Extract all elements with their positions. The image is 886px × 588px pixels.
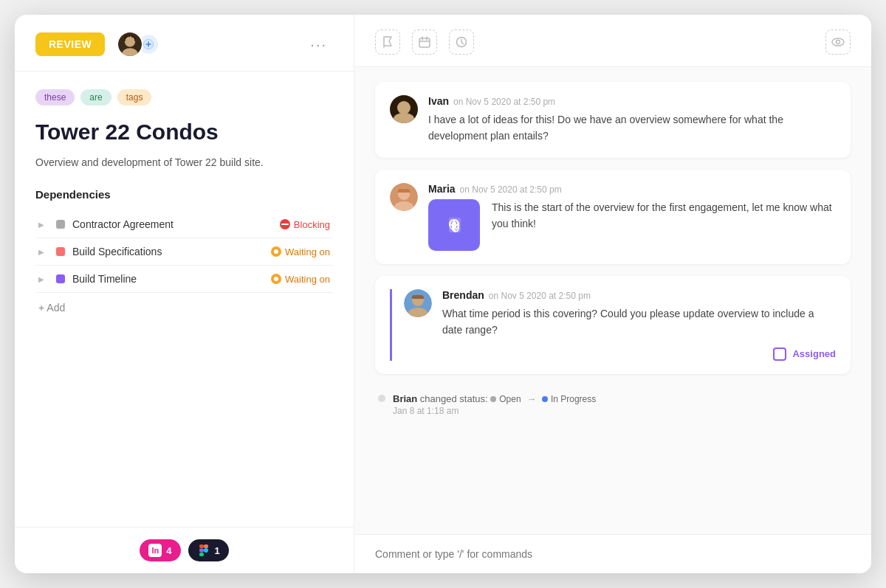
activity-dot xyxy=(378,395,385,402)
right-panel: Ivan on Nov 5 2020 at 2:50 pm I have a l… xyxy=(354,15,871,573)
assigned-label: Assigned xyxy=(792,348,836,359)
comment-meta-maria: Maria on Nov 5 2020 at 2:50 pm xyxy=(428,183,836,251)
review-button[interactable]: REVIEW xyxy=(35,32,105,56)
svg-point-1 xyxy=(125,36,135,46)
blocking-icon xyxy=(280,219,290,229)
tag-tags[interactable]: tags xyxy=(117,89,152,106)
avatar-brendan xyxy=(404,289,432,317)
figma-icon xyxy=(197,544,210,557)
dep-name-build-timeline: Build Timeline xyxy=(72,273,264,285)
attachment-block: This is the start of the overview for th… xyxy=(428,199,836,251)
more-options-button[interactable]: ··· xyxy=(304,33,333,56)
svg-point-13 xyxy=(204,548,208,553)
comment-header-ivan: Ivan on Nov 5 2020 at 2:50 pm I have a l… xyxy=(390,95,836,145)
dep-dot-pink xyxy=(56,247,65,256)
svg-point-16 xyxy=(832,38,844,46)
project-title: Tower 22 Condos xyxy=(35,119,333,145)
dep-status-waiting-timeline: Waiting on xyxy=(271,274,330,285)
comment-time-maria: on Nov 5 2020 at 2:50 pm xyxy=(460,184,562,195)
dep-expand-icon: ▶ xyxy=(38,221,49,229)
svg-point-17 xyxy=(837,41,840,44)
activity-item-brian: Brian changed status: Open → In Progress… xyxy=(375,386,851,423)
activity-action: changed status: xyxy=(420,393,488,404)
figma-count: 1 xyxy=(215,545,220,556)
figma-badge[interactable]: 1 xyxy=(188,539,229,561)
comments-area: Ivan on Nov 5 2020 at 2:50 pm I have a l… xyxy=(354,67,871,534)
comment-header-maria: Maria on Nov 5 2020 at 2:50 pm xyxy=(390,183,836,251)
waiting-icon-2 xyxy=(271,274,281,284)
activity-time: Jan 8 at 1:18 am xyxy=(393,406,596,416)
avatar xyxy=(117,31,143,58)
comment-author-line-brendan: Brendan on Nov 5 2020 at 2:50 pm xyxy=(442,289,836,301)
activity-user: Brian xyxy=(393,393,417,404)
comment-ivan: Ivan on Nov 5 2020 at 2:50 pm I have a l… xyxy=(375,82,851,158)
avatar-ivan xyxy=(390,95,418,123)
comment-author-line-ivan: Ivan on Nov 5 2020 at 2:50 pm xyxy=(428,95,836,107)
instagantt-count: 4 xyxy=(166,545,171,556)
right-footer xyxy=(354,534,871,573)
avatar-group xyxy=(117,31,159,58)
comment-time-ivan: on Nov 5 2020 at 2:50 pm xyxy=(453,97,555,107)
comment-text-ivan: I have a lot of ideas for this! Do we ha… xyxy=(428,111,836,145)
svg-point-6 xyxy=(274,249,278,254)
assigned-footer: Assigned xyxy=(442,347,836,361)
comment-text-maria: This is the start of the overview for th… xyxy=(492,199,836,232)
dep-status-blocking: Blocking xyxy=(280,219,330,230)
left-panel: REVIEW xyxy=(15,15,354,573)
eye-button[interactable] xyxy=(825,30,851,55)
dep-dot-gray xyxy=(56,220,65,229)
assigned-checkbox[interactable] xyxy=(773,347,786,361)
attachment-thumb[interactable] xyxy=(428,199,480,251)
status-dot-open xyxy=(490,396,496,402)
left-content: these are tags Tower 22 Condos Overview … xyxy=(15,72,354,527)
left-footer: In 4 1 xyxy=(15,527,354,573)
svg-rect-11 xyxy=(199,549,204,553)
status-from: Open xyxy=(490,392,521,406)
comment-input[interactable] xyxy=(375,545,851,563)
comment-author-ivan: Ivan xyxy=(428,95,449,107)
dep-dot-purple xyxy=(56,274,65,283)
dep-name-build-specs: Build Specifications xyxy=(72,246,264,257)
left-header: REVIEW xyxy=(15,15,354,72)
instagantt-icon: In xyxy=(148,544,162,557)
comment-author-maria: Maria xyxy=(428,183,456,195)
dependencies-section: Dependencies ▶ Contractor Agreement xyxy=(35,188,333,322)
activity-arrow: → xyxy=(526,392,536,407)
dep-name-contractor: Contractor Agreement xyxy=(72,218,272,230)
dep-item-build-timeline[interactable]: ▶ Build Timeline Waiting on xyxy=(35,266,333,293)
right-toolbar xyxy=(354,15,871,67)
comment-text-brendan: What time period is this covering? Could… xyxy=(442,305,836,339)
comment-author-brendan: Brendan xyxy=(442,289,484,301)
dep-expand-icon: ▶ xyxy=(38,248,49,256)
tag-these[interactable]: these xyxy=(35,89,75,106)
dep-item-contractor[interactable]: ▶ Contractor Agreement Blocking xyxy=(35,211,333,238)
clock-button[interactable] xyxy=(449,30,474,55)
instagantt-badge[interactable]: In 4 xyxy=(140,539,180,561)
comment-maria: Maria on Nov 5 2020 at 2:50 pm xyxy=(375,170,851,264)
activity-content: Brian changed status: Open → In Progress… xyxy=(393,392,596,417)
svg-rect-9 xyxy=(199,544,204,548)
flag-button[interactable] xyxy=(375,30,400,55)
svg-point-8 xyxy=(274,277,278,281)
dependencies-title: Dependencies xyxy=(35,188,333,201)
tags-row: these are tags xyxy=(35,89,333,106)
tag-are[interactable]: are xyxy=(80,89,111,106)
status-dot-progress xyxy=(542,396,548,402)
svg-rect-12 xyxy=(199,553,204,556)
comment-time-brendan: on Nov 5 2020 at 2:50 pm xyxy=(489,291,591,301)
status-to: In Progress xyxy=(542,392,596,406)
dep-item-build-specs[interactable]: ▶ Build Specifications Waiting on xyxy=(35,238,333,266)
comment-meta-ivan: Ivan on Nov 5 2020 at 2:50 pm I have a l… xyxy=(428,95,836,145)
avatar-maria xyxy=(390,183,418,211)
dependencies-list: ▶ Contractor Agreement Blocking xyxy=(35,211,333,293)
add-dependency-button[interactable]: + Add xyxy=(35,293,68,322)
waiting-icon xyxy=(271,246,281,257)
comment-header-brendan: Brendan on Nov 5 2020 at 2:50 pm What ti… xyxy=(390,289,836,361)
dep-expand-icon: ▶ xyxy=(38,275,49,283)
dep-status-waiting-specs: Waiting on xyxy=(271,246,330,257)
svg-rect-14 xyxy=(419,38,430,47)
activity-text: Brian changed status: Open → In Progress xyxy=(393,392,596,407)
calendar-button[interactable] xyxy=(412,30,437,55)
project-description: Overview and development of Tower 22 bui… xyxy=(35,154,333,170)
comment-meta-brendan: Brendan on Nov 5 2020 at 2:50 pm What ti… xyxy=(442,289,836,361)
